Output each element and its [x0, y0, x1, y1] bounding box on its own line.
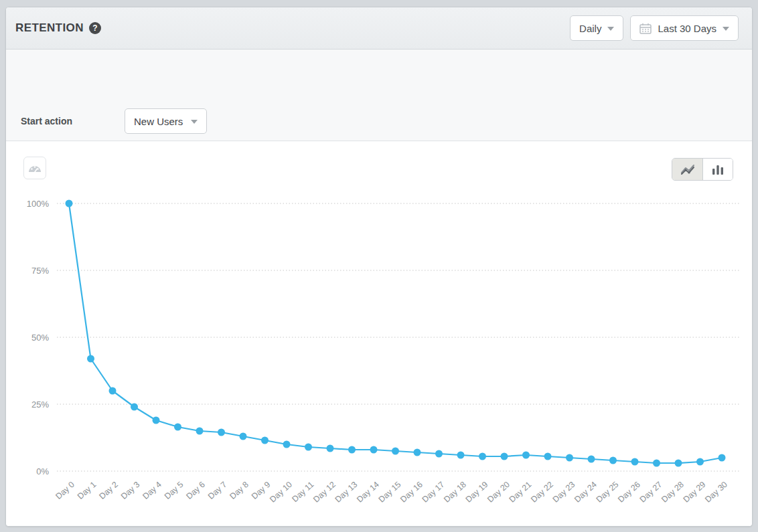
date-range-value: Last 30 Days: [658, 23, 716, 34]
data-point[interactable]: [675, 460, 682, 467]
report-header: RETENTION ? Daily Last 30 Days: [6, 7, 752, 50]
data-point[interactable]: [522, 452, 530, 459]
data-point[interactable]: [283, 441, 291, 448]
x-axis-tick-label: Day 12: [311, 480, 337, 505]
chart-type-toggle: [672, 158, 733, 181]
data-point[interactable]: [348, 446, 356, 454]
data-point[interactable]: [87, 355, 94, 363]
chevron-down-icon: [723, 27, 729, 31]
x-axis-tick-label: Day 30: [703, 480, 729, 505]
data-point[interactable]: [109, 387, 117, 395]
data-point[interactable]: [327, 445, 334, 452]
x-axis-tick-label: Day 2: [97, 480, 120, 501]
x-axis-tick-label: Day 13: [333, 480, 360, 505]
title-wrap: RETENTION ?: [15, 21, 101, 35]
data-point[interactable]: [131, 404, 138, 411]
x-axis-tick-label: Day 1: [76, 480, 98, 501]
data-point[interactable]: [174, 424, 181, 431]
data-point[interactable]: [609, 457, 617, 464]
start-action-label: Start action: [21, 116, 125, 126]
data-point[interactable]: [305, 444, 312, 451]
x-axis-tick-label: Day 26: [616, 480, 642, 505]
data-point[interactable]: [218, 429, 225, 436]
x-axis-tick-label: Day 27: [638, 480, 664, 505]
chevron-down-icon: [607, 27, 614, 31]
dashboard-gauge-icon: [27, 162, 42, 174]
add-to-dashboard-button[interactable]: [23, 157, 46, 179]
x-axis-tick-label: Day 18: [442, 480, 468, 505]
x-axis-tick-label: Day 17: [421, 480, 447, 505]
x-axis-tick-label: Day 6: [184, 480, 207, 501]
x-axis-tick-label: Day 7: [206, 480, 229, 501]
x-axis-tick-label: Day 5: [163, 480, 185, 501]
data-point[interactable]: [696, 458, 704, 466]
x-axis-tick-label: Day 25: [595, 480, 621, 505]
x-axis-tick-label: Day 16: [398, 480, 425, 505]
x-axis-tick-label: Day 19: [464, 480, 490, 505]
page-title: RETENTION: [15, 21, 84, 35]
y-axis-tick-label: 50%: [31, 333, 49, 343]
data-point[interactable]: [240, 433, 247, 440]
x-axis-tick-label: Day 10: [268, 480, 294, 505]
data-point[interactable]: [631, 458, 639, 466]
start-action-row: Start action New Users: [21, 108, 207, 134]
data-point[interactable]: [501, 453, 508, 460]
x-axis-tick-label: Day 24: [573, 480, 599, 505]
x-axis-tick-label: Day 20: [485, 480, 512, 505]
header-controls: Daily Last 30 Days: [570, 15, 739, 41]
x-axis-tick-label: Day 22: [529, 480, 555, 505]
date-range-dropdown[interactable]: Last 30 Days: [630, 15, 739, 41]
x-axis-tick-label: Day 11: [290, 480, 315, 504]
line-chart-icon: [680, 164, 695, 175]
filters-panel: Start action New Users Returning action …: [6, 50, 752, 141]
y-axis-tick-label: 0%: [36, 466, 49, 476]
x-axis-tick-label: Day 28: [660, 480, 686, 505]
data-point[interactable]: [196, 428, 204, 435]
data-point[interactable]: [566, 454, 573, 462]
data-point[interactable]: [435, 450, 443, 458]
x-axis-tick-label: Day 4: [141, 480, 163, 501]
help-icon[interactable]: ?: [89, 22, 101, 34]
data-point[interactable]: [544, 453, 552, 460]
data-point[interactable]: [718, 454, 726, 462]
bar-chart-toggle[interactable]: [702, 159, 733, 180]
data-point[interactable]: [370, 446, 378, 454]
data-point[interactable]: [457, 452, 465, 459]
retention-report-card: RETENTION ? Daily Last 30 Days: [5, 7, 753, 527]
calendar-icon: [639, 23, 652, 34]
data-point[interactable]: [588, 456, 595, 463]
x-axis-tick-label: Day 21: [508, 480, 534, 505]
x-axis-tick-label: Day 8: [228, 480, 250, 501]
retention-line: [69, 203, 722, 463]
x-axis-tick-label: Day 23: [551, 480, 577, 505]
start-action-dropdown[interactable]: New Users: [125, 108, 207, 134]
x-axis-tick-label: Day 14: [355, 480, 381, 505]
y-axis-tick-label: 75%: [31, 266, 49, 276]
chevron-down-icon: [191, 120, 198, 124]
data-point[interactable]: [414, 449, 421, 456]
granularity-value: Daily: [579, 23, 601, 34]
y-axis-tick-label: 100%: [27, 199, 50, 209]
x-axis-tick-label: Day 0: [54, 480, 76, 501]
granularity-dropdown[interactable]: Daily: [570, 15, 623, 41]
line-chart-toggle[interactable]: [672, 159, 702, 180]
x-axis-tick-label: Day 15: [377, 480, 403, 505]
x-axis-tick-label: Day 29: [682, 480, 708, 505]
data-point[interactable]: [392, 448, 399, 455]
data-point[interactable]: [261, 437, 269, 444]
data-point[interactable]: [66, 200, 73, 207]
chart-section: 0%25%50%75%100%Day 0Day 1Day 2Day 3Day 4…: [6, 141, 752, 527]
data-point[interactable]: [653, 460, 660, 467]
bar-chart-icon: [711, 164, 725, 175]
start-action-value: New Users: [134, 116, 183, 127]
x-axis-tick-label: Day 3: [119, 480, 142, 501]
y-axis-tick-label: 25%: [31, 400, 49, 410]
data-point[interactable]: [153, 417, 160, 424]
data-point[interactable]: [479, 453, 486, 460]
retention-line-chart[interactable]: 0%25%50%75%100%Day 0Day 1Day 2Day 3Day 4…: [6, 141, 753, 527]
